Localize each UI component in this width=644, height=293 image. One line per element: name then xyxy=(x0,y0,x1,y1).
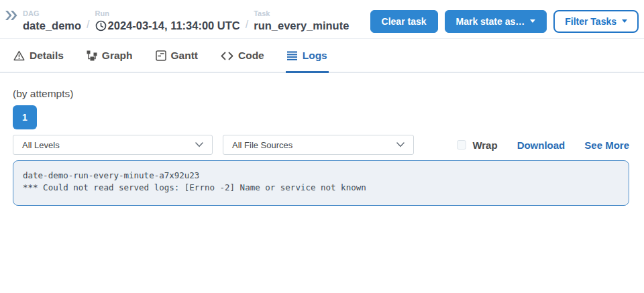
header-actions: Clear task Mark state as… Filter Tasks xyxy=(370,10,639,33)
tab-graph[interactable]: Graph xyxy=(85,39,134,73)
wrap-checkbox[interactable] xyxy=(457,140,466,150)
tab-graph-label: Graph xyxy=(102,50,133,62)
tab-logs-label: Logs xyxy=(303,50,327,62)
dag-value[interactable]: date_demo xyxy=(23,18,81,33)
wrap-label: Wrap xyxy=(472,139,497,151)
logs-panel: (by attempts) 1 All Levels All File Sour… xyxy=(0,88,644,206)
chevron-down-icon xyxy=(396,142,405,148)
tab-details-label: Details xyxy=(30,50,64,62)
log-toolbar: All Levels All File Sources Wrap Downloa… xyxy=(13,135,629,155)
log-line: *** Could not read served logs: [Errno -… xyxy=(23,182,619,194)
code-brackets-icon xyxy=(221,51,233,61)
breadcrumb-dag[interactable]: DAG date_demo xyxy=(23,9,81,33)
log-line: date-demo-run-every-minute-a7x92u23 xyxy=(23,170,619,182)
chevron-down-icon xyxy=(195,142,203,148)
tab-details[interactable]: Details xyxy=(12,39,65,73)
gantt-chart-icon xyxy=(156,50,166,61)
tab-code[interactable]: Code xyxy=(219,39,266,73)
file-source-value: All File Sources xyxy=(232,140,292,150)
task-value[interactable]: run_every_minute xyxy=(254,18,349,33)
caret-down-icon xyxy=(622,19,627,23)
filter-tasks-button[interactable]: Filter Tasks xyxy=(553,10,639,33)
download-link[interactable]: Download xyxy=(517,139,566,151)
tab-gantt[interactable]: Gantt xyxy=(154,39,199,73)
tab-bar: Details Graph Gantt Code Logs xyxy=(0,39,644,73)
breadcrumb-task[interactable]: Task run_every_minute xyxy=(254,9,349,33)
breadcrumb: DAG date_demo / Run 2024-03-14, 11:34:00… xyxy=(23,9,349,33)
tab-code-label: Code xyxy=(238,50,264,62)
dag-label: DAG xyxy=(23,9,81,18)
clock-icon xyxy=(95,20,107,32)
log-level-select[interactable]: All Levels xyxy=(13,135,213,155)
double-chevron-right-icon xyxy=(5,10,17,21)
by-attempts-caption: (by attempts) xyxy=(13,88,629,100)
log-utils: Wrap Download See More xyxy=(457,139,629,151)
wrap-toggle[interactable]: Wrap xyxy=(457,139,497,151)
clear-task-button[interactable]: Clear task xyxy=(370,10,438,33)
graph-nodes-icon xyxy=(87,50,97,61)
mark-state-button[interactable]: Mark state as… xyxy=(445,10,547,33)
caret-down-icon xyxy=(530,19,535,23)
log-level-value: All Levels xyxy=(22,140,60,150)
task-label: Task xyxy=(254,9,349,18)
see-more-link[interactable]: See More xyxy=(584,139,629,151)
tab-gantt-label: Gantt xyxy=(171,50,198,62)
tab-logs[interactable]: Logs xyxy=(286,39,329,73)
breadcrumb-separator: / xyxy=(246,17,248,33)
file-source-select[interactable]: All File Sources xyxy=(223,135,414,155)
run-value[interactable]: 2024-03-14, 11:34:00 UTC xyxy=(95,18,240,33)
breadcrumb-run[interactable]: Run 2024-03-14, 11:34:00 UTC xyxy=(95,9,240,33)
clear-task-label: Clear task xyxy=(382,16,427,27)
expand-panel-icon[interactable] xyxy=(3,9,19,24)
mark-state-label: Mark state as… xyxy=(456,16,525,27)
warning-triangle-icon xyxy=(13,50,25,61)
log-lines-icon xyxy=(287,51,298,61)
attempt-1-button[interactable]: 1 xyxy=(13,105,37,129)
run-timestamp: 2024-03-14, 11:34:00 UTC xyxy=(108,18,240,33)
filter-tasks-label: Filter Tasks xyxy=(565,16,616,27)
header: DAG date_demo / Run 2024-03-14, 11:34:00… xyxy=(0,0,644,38)
breadcrumb-separator: / xyxy=(87,17,89,33)
run-label: Run xyxy=(95,9,240,18)
log-output: date-demo-run-every-minute-a7x92u23*** C… xyxy=(13,160,629,206)
